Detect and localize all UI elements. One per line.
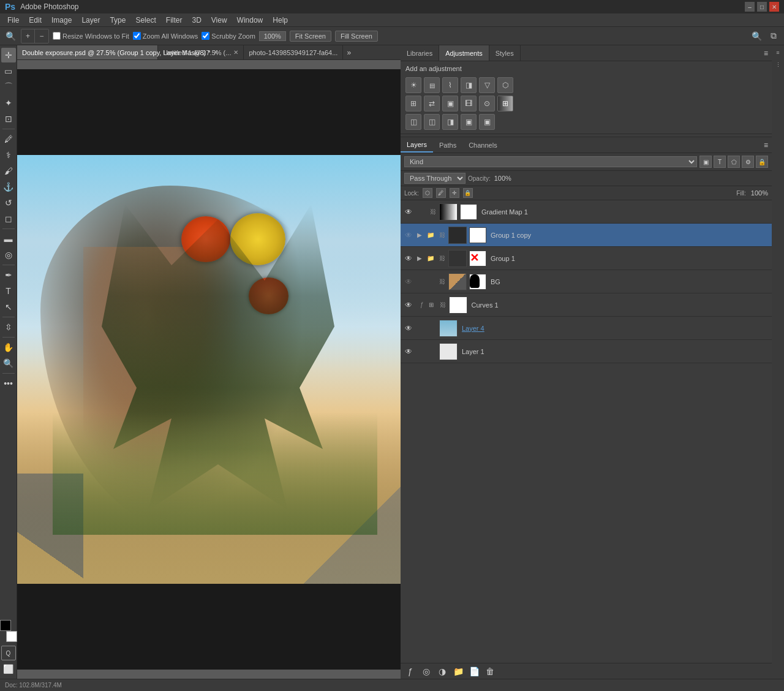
move-tool[interactable]: ✛ <box>1 48 16 62</box>
direct-select-tool[interactable]: ↖ <box>1 300 16 314</box>
history-brush-tool[interactable]: ↺ <box>1 195 16 210</box>
layer-item-bg[interactable]: 👁 ⛓ BG <box>401 270 772 293</box>
photo-filter-icon[interactable]: ▣ <box>442 96 458 111</box>
tab-close-2[interactable]: ✕ <box>233 49 238 56</box>
invert-icon[interactable]: ◫ <box>405 114 421 130</box>
lock-transparent-button[interactable]: ⬡ <box>423 188 432 198</box>
new-fill-adjustment-button[interactable]: ◑ <box>436 665 448 678</box>
layer-item-layer-4[interactable]: 👁 Layer 4 <box>401 317 772 340</box>
layer-visibility-gradient-map[interactable]: 👁 <box>403 206 414 217</box>
layer-item-group-1[interactable]: 👁 ▶ 📁 ⛓ Group 1 <box>401 247 772 270</box>
magic-wand-tool[interactable]: ✦ <box>1 96 16 110</box>
menu-item-filter[interactable]: Filter <box>161 15 187 26</box>
search-button[interactable]: 🔍 <box>750 29 763 43</box>
fill-screen-button[interactable]: Fill Screen <box>335 31 378 42</box>
brightness-contrast-icon[interactable]: ☀ <box>405 77 421 93</box>
filter-lock-icon[interactable]: 🔒 <box>756 156 768 168</box>
lock-all-button[interactable]: 🔒 <box>463 188 473 198</box>
pen-tool[interactable]: ✒ <box>1 268 16 282</box>
maximize-button[interactable]: □ <box>757 2 767 12</box>
arrange-button[interactable]: ⧉ <box>767 29 780 43</box>
background-color[interactable] <box>6 631 17 642</box>
layer-item-curves-1[interactable]: 👁 ƒ ⊞ ⛓ Curves 1 <box>401 293 772 317</box>
levels-icon[interactable]: ▤ <box>424 77 440 93</box>
zoom-all-windows-input[interactable] <box>133 32 141 40</box>
solid-color-icon[interactable]: ▣ <box>479 114 495 130</box>
posterize-icon[interactable]: ◫ <box>424 114 440 130</box>
menu-item-window[interactable]: Window <box>232 15 268 26</box>
tabs-overflow-button[interactable]: » <box>343 45 355 59</box>
close-button[interactable]: ✕ <box>769 2 779 12</box>
crop-tool[interactable]: ⊡ <box>1 111 16 126</box>
tab-adjustments[interactable]: Adjustments <box>439 45 489 61</box>
fit-screen-button[interactable]: Fit Screen <box>290 31 331 42</box>
layer-visibility-layer-1[interactable]: 👁 <box>403 346 414 357</box>
scrubby-zoom-input[interactable] <box>202 32 209 40</box>
zoom-tool[interactable]: 🔍 <box>1 356 16 371</box>
eraser-tool[interactable]: ◻ <box>1 211 16 226</box>
zoom-out-button[interactable]: − <box>35 29 48 43</box>
layer-item-layer-1[interactable]: 👁 Layer 1 <box>401 340 772 363</box>
type-tool[interactable]: T <box>1 284 16 298</box>
vibrance-icon[interactable]: ▽ <box>479 77 495 93</box>
menu-item-image[interactable]: Image <box>47 15 77 26</box>
filter-smart-icon[interactable]: ⚙ <box>742 156 754 168</box>
eyedropper-tool[interactable]: 🖉 <box>1 132 16 146</box>
measure-tool[interactable]: ⇳ <box>1 320 16 334</box>
layer-item-gradient-map-1[interactable]: 👁 ⛓ Gradient Map 1 <box>401 200 772 224</box>
tab-libraries[interactable]: Libraries <box>401 45 439 61</box>
channel-mixer-icon[interactable]: 🎞 <box>461 96 477 111</box>
resize-windows-input[interactable] <box>53 32 61 40</box>
brush-tool[interactable]: 🖌 <box>1 164 16 178</box>
menu-item-file[interactable]: File <box>2 15 24 26</box>
layer-visibility-layer-4[interactable]: 👁 <box>403 323 414 334</box>
filter-type-icon[interactable]: T <box>714 156 726 168</box>
spot-healing-tool[interactable]: ⚕ <box>1 148 16 162</box>
tab-untitled[interactable]: Untitled-1 @ 27.5% (... ✕ <box>158 45 244 59</box>
tab-styles[interactable]: Styles <box>489 45 521 61</box>
panel-arrow-2[interactable]: ⋮ <box>773 60 783 70</box>
tab-channels[interactable]: Channels <box>462 137 503 153</box>
tab-double-exposure[interactable]: Double exposure.psd @ 27.5% (Group 1 cop… <box>17 45 158 59</box>
color-lookup-icon[interactable]: ⊙ <box>479 96 495 111</box>
layer-filter-select[interactable]: Kind <box>404 156 697 167</box>
zoom-all-windows-checkbox[interactable]: Zoom All Windows <box>133 32 198 40</box>
quick-mask-button[interactable]: Q <box>1 646 16 660</box>
zoom-in-button[interactable]: + <box>21 29 35 43</box>
minimize-button[interactable]: – <box>745 2 755 12</box>
lock-position-button[interactable]: ✛ <box>450 188 459 198</box>
add-layer-mask-button[interactable]: ◎ <box>420 665 432 678</box>
panel-arrow-1[interactable]: ≡ <box>773 48 783 58</box>
delete-layer-button[interactable]: 🗑 <box>484 665 496 678</box>
dodge-tool[interactable]: ◎ <box>1 247 16 262</box>
resize-windows-checkbox[interactable]: Resize Windows to Fit <box>53 32 129 40</box>
zoom-tool-icon[interactable]: 🔍 <box>4 29 17 43</box>
filter-shape-icon[interactable]: ⬠ <box>728 156 740 168</box>
new-group-button[interactable]: 📁 <box>452 665 464 678</box>
menu-item-type[interactable]: Type <box>105 15 130 26</box>
layer-visibility-group-1-copy[interactable]: 👁 <box>403 230 414 241</box>
marquee-tool[interactable]: ▭ <box>1 64 16 78</box>
layer-visibility-group-1[interactable]: 👁 <box>403 253 414 264</box>
scrubby-zoom-checkbox[interactable]: Scrubby Zoom <box>202 32 255 40</box>
clone-stamp-tool[interactable]: ⚓ <box>1 179 16 194</box>
color-balance-icon[interactable]: ⊞ <box>405 96 421 111</box>
tab-photo[interactable]: photo-1439853949127-fa64... <box>244 45 343 59</box>
blend-mode-select[interactable]: Pass Through Normal Multiply Screen <box>404 173 466 184</box>
more-tools-button[interactable]: ••• <box>1 376 16 391</box>
menu-item-help[interactable]: Help <box>268 15 293 26</box>
exposure-icon[interactable]: ◨ <box>461 77 477 93</box>
screen-mode-button[interactable]: ⬜ <box>1 662 16 676</box>
hue-saturation-icon[interactable]: ⬡ <box>497 77 513 93</box>
layers-panel-options-button[interactable]: ≡ <box>760 137 772 153</box>
gradient-tool[interactable]: ▬ <box>1 232 16 246</box>
tab-paths[interactable]: Paths <box>433 137 462 153</box>
layer-visibility-curves-1[interactable]: 👁 <box>403 300 414 311</box>
panel-options-button[interactable]: ≡ <box>760 45 772 61</box>
new-layer-button[interactable]: 📄 <box>468 665 480 678</box>
lock-image-button[interactable]: 🖉 <box>436 188 446 198</box>
gradient-map-adj-icon[interactable]: ⊞ <box>497 96 513 111</box>
selective-color-icon[interactable]: ▣ <box>461 114 477 130</box>
menu-item-edit[interactable]: Edit <box>24 15 47 26</box>
foreground-color[interactable] <box>0 620 11 631</box>
